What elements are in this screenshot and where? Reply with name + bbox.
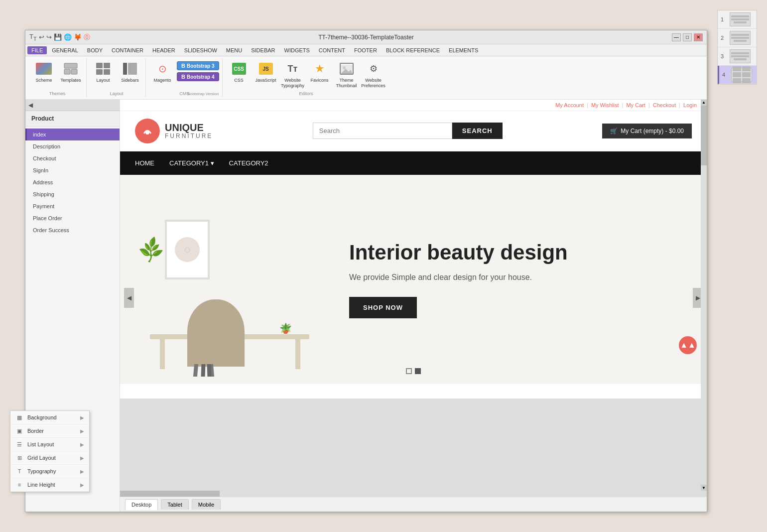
layout-icon	[95, 61, 111, 77]
layout-button[interactable]: Layout	[91, 59, 116, 85]
preview-scroll[interactable]: My Account | My Wishlist | My Cart | Che…	[120, 100, 707, 497]
menu-sidebar[interactable]: SIDEBAR	[247, 46, 279, 54]
svg-point-7	[145, 131, 149, 134]
sidebars-button[interactable]: Sidebars	[118, 59, 142, 85]
topbar-login[interactable]: Login	[683, 102, 697, 108]
favicons-button[interactable]: ★ Favicons	[307, 59, 332, 85]
menu-header[interactable]: HEADER	[148, 46, 179, 54]
scroll-thumb-v[interactable]	[701, 106, 707, 165]
sidebar-collapse-button[interactable]: ◀	[28, 102, 33, 109]
nav-category2[interactable]: CATEGORY2	[229, 151, 268, 175]
bootstrap3-button[interactable]: B Bootstrap 3	[177, 61, 219, 70]
browser-icon[interactable]: 🦊	[74, 33, 82, 41]
close-button[interactable]: ✕	[694, 33, 703, 41]
site-cart-button[interactable]: 🛒 My Cart (empty) - $0.00	[602, 124, 692, 138]
sidebar-item-payment[interactable]: Payment	[25, 200, 120, 212]
website-typography-button[interactable]: Tт WebsiteTypography	[280, 59, 305, 90]
maximize-button[interactable]: □	[683, 33, 692, 41]
menu-file[interactable]: FILE	[27, 46, 47, 54]
bootstrap4-button[interactable]: B Bootstrap 4	[177, 72, 219, 81]
nav-home[interactable]: HOME	[135, 151, 154, 175]
scroll-down-arrow[interactable]: ▼	[701, 485, 707, 491]
sidebar-item-shipping[interactable]: Shipping	[25, 188, 120, 200]
furniture-illustration: ○ 🌿 🪴	[130, 200, 319, 379]
site-search-input[interactable]	[313, 123, 452, 139]
magento-icon: ⊙	[154, 61, 170, 77]
undo-icon[interactable]: ↩	[39, 33, 44, 41]
menu-elements[interactable]: ELEMENTS	[445, 46, 482, 54]
sidebar-item-index[interactable]: index	[25, 129, 120, 140]
scroll-left-button[interactable]: ◀	[124, 288, 134, 308]
tab-desktop[interactable]: Desktop	[125, 499, 158, 510]
css-button[interactable]: CSS CSS	[227, 59, 252, 85]
context-typography[interactable]: T Typography ▶	[10, 465, 89, 478]
scroll-up-button[interactable]: ▲▲	[679, 336, 697, 354]
thumb-item-4[interactable]: 4	[718, 66, 757, 84]
sidebar-item-description[interactable]: Description	[25, 140, 120, 152]
hero-cta-button[interactable]: SHOP NOW	[349, 297, 417, 318]
magento-button[interactable]: ⊙ Magento	[150, 59, 175, 85]
scroll-up-arrow[interactable]: ▲	[701, 100, 707, 106]
context-border[interactable]: ▣ Border ▶	[10, 424, 89, 438]
horizontal-scrollbar[interactable]	[120, 491, 697, 497]
vertical-scrollbar[interactable]: ▲ ▼	[701, 100, 707, 491]
sidebar-item-signin[interactable]: SignIn	[25, 164, 120, 176]
bootstrap4-b-icon: B	[181, 74, 185, 80]
background-arrow-icon: ▶	[80, 415, 84, 420]
menu-widgets[interactable]: WIDGETS	[280, 46, 314, 54]
topbar-my-cart[interactable]: My Cart	[626, 102, 645, 108]
thumb-item-2[interactable]: 2	[718, 29, 757, 47]
sidebar-item-address[interactable]: Address	[25, 176, 120, 188]
menu-footer[interactable]: FOOTER	[350, 46, 381, 54]
content-area: ◀ Product index Description Checkout Sig…	[25, 100, 707, 512]
site-search-button[interactable]: SEARCH	[452, 123, 503, 139]
templates-button[interactable]: Templates	[58, 59, 83, 85]
cart-label: My Cart (empty) - $0.00	[621, 128, 684, 134]
context-line-height-label: Line Height	[27, 482, 55, 488]
theme-thumbnail-label: ThemeThumbnail	[336, 78, 357, 89]
web-icon[interactable]: 🌐	[64, 33, 72, 41]
svg-rect-2	[71, 69, 77, 74]
sidebar-item-place-order[interactable]: Place Order	[25, 212, 120, 224]
menu-slideshow[interactable]: SLIDESHOW	[180, 46, 221, 54]
scroll-thumb-h[interactable]	[120, 491, 220, 497]
topbar-my-account[interactable]: My Account	[555, 102, 584, 108]
thumb-num-3: 3	[721, 53, 727, 59]
line-height-arrow-icon: ▶	[80, 482, 84, 488]
templates-label: Templates	[60, 78, 81, 83]
website-preferences-button[interactable]: ⚙ WebsitePreferences	[361, 59, 386, 90]
thumb-item-1[interactable]: 1	[718, 10, 757, 29]
save-icon[interactable]: 💾	[54, 33, 62, 41]
sidebar-item-checkout[interactable]: Checkout	[25, 152, 120, 164]
hero-dot-2[interactable]	[415, 368, 421, 374]
svg-point-4	[343, 66, 346, 69]
nav-category1[interactable]: CATEGORY1 ▾	[169, 151, 214, 175]
tab-tablet[interactable]: Tablet	[161, 499, 188, 510]
menu-body[interactable]: BODY	[83, 46, 107, 54]
thumb-item-3[interactable]: 3	[718, 47, 757, 66]
sidebar-item-order-success[interactable]: Order Success	[25, 224, 120, 236]
js-icon: JS	[258, 61, 274, 77]
menu-container[interactable]: CONTAINER	[108, 46, 147, 54]
menu-general[interactable]: GENERAL	[48, 46, 82, 54]
font-icon: TT	[29, 33, 37, 42]
tab-mobile[interactable]: Mobile	[192, 499, 221, 510]
menu-block-reference[interactable]: BLOCK REFERENCE	[382, 46, 444, 54]
scheme-button[interactable]: Scheme	[31, 59, 56, 85]
menu-content[interactable]: CONTENT	[315, 46, 349, 54]
topbar-my-wishlist[interactable]: My Wishlist	[591, 102, 619, 108]
context-menu: ▦ Background ▶ ▣ Border ▶ ☰ List Layout …	[10, 410, 90, 492]
context-typography-label: Typography	[27, 468, 56, 474]
redo-icon[interactable]: ↪	[46, 33, 52, 41]
topbar-checkout[interactable]: Checkout	[653, 102, 676, 108]
context-grid-layout[interactable]: ⊞ Grid Layout ▶	[10, 451, 89, 465]
context-line-height[interactable]: ≡ Line Height ▶	[10, 478, 89, 492]
context-background[interactable]: ▦ Background ▶	[10, 411, 89, 424]
list-layout-icon: ☰	[15, 440, 23, 448]
javascript-button[interactable]: JS JavaScript	[254, 59, 278, 85]
menu-menu[interactable]: MENU	[222, 46, 246, 54]
minimize-button[interactable]: —	[672, 33, 681, 41]
theme-thumbnail-button[interactable]: ThemeThumbnail	[334, 59, 359, 90]
context-list-layout[interactable]: ☰ List Layout ▶	[10, 438, 89, 451]
hero-dot-1[interactable]	[406, 368, 412, 374]
